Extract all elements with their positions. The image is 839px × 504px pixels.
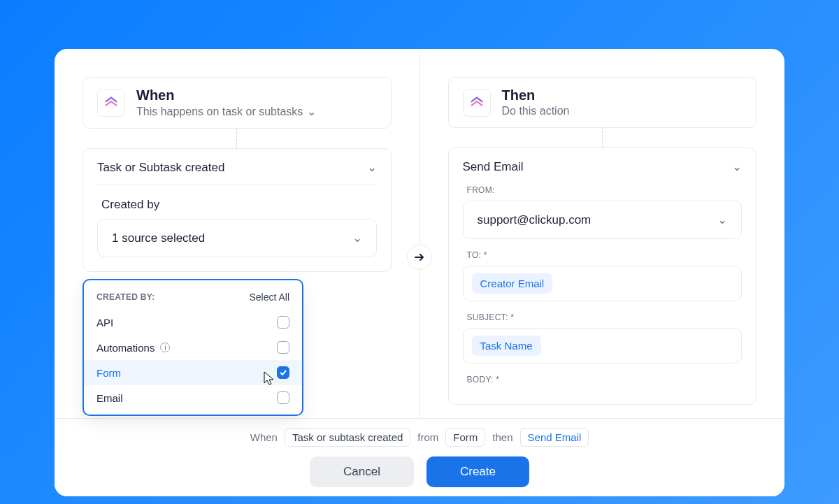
checkbox-checked[interactable] — [277, 366, 289, 379]
created-by-label: Created by — [101, 198, 377, 212]
dropdown-item-label: Email — [96, 392, 123, 404]
to-tag[interactable]: Creator Email — [472, 273, 553, 294]
chevron-down-icon: ⌄ — [717, 213, 727, 227]
summary-from: from — [417, 431, 438, 443]
summary-when: When — [250, 431, 278, 443]
chevron-down-icon: ⌄ — [732, 159, 742, 174]
summary-action-pill: Send Email — [520, 428, 589, 447]
dropdown-item-api[interactable]: API — [84, 310, 302, 335]
when-column: When This happens on task or subtasks ⌄ … — [55, 49, 420, 418]
chevron-down-icon: ⌄ — [367, 160, 377, 175]
connector-line — [236, 129, 237, 148]
checkbox[interactable] — [277, 341, 289, 354]
dropdown-item-automations[interactable]: Automations i — [84, 335, 302, 360]
dropdown-item-email[interactable]: Email — [84, 385, 302, 410]
clickup-logo-icon — [97, 89, 125, 117]
body-label: BODY: * — [467, 375, 743, 384]
subject-label: SUBJECT: * — [467, 312, 743, 322]
dropdown-header-label: CREATED BY: — [96, 292, 155, 302]
summary-then: then — [492, 431, 512, 443]
checkbox[interactable] — [277, 316, 289, 329]
then-header-card: Then Do this action — [448, 77, 757, 128]
dropdown-item-label: API — [96, 317, 113, 329]
select-all-button[interactable]: Select All — [249, 291, 289, 303]
from-select[interactable]: support@clickup.com ⌄ — [463, 201, 743, 239]
create-button[interactable]: Create — [426, 456, 529, 487]
chevron-down-icon: ⌄ — [352, 231, 362, 245]
to-label: TO: * — [467, 250, 743, 260]
then-subtitle: Do this action — [502, 105, 570, 117]
action-select[interactable]: Send Email ⌄ — [463, 159, 743, 174]
then-title: Then — [502, 87, 570, 103]
dropdown-item-form[interactable]: Form — [84, 360, 302, 385]
checkbox[interactable] — [277, 391, 289, 404]
source-select[interactable]: 1 source selected ⌄ — [97, 219, 377, 257]
created-by-dropdown: CREATED BY: Select All API Automations i… — [83, 279, 303, 416]
automation-summary: When Task or subtask created from Form t… — [250, 428, 589, 447]
summary-source-pill: Form — [445, 428, 485, 447]
info-icon[interactable]: i — [160, 343, 170, 352]
trigger-select[interactable]: Task or Subtask created ⌄ — [97, 160, 377, 185]
when-title: When — [136, 87, 316, 103]
columns: When This happens on task or subtasks ⌄ … — [55, 49, 784, 418]
to-input[interactable]: Creator Email — [463, 266, 743, 301]
footer: When Task or subtask created from Form t… — [55, 418, 784, 496]
then-column: Then Do this action Send Email ⌄ FROM: s… — [420, 49, 785, 418]
dropdown-item-label: Automations — [96, 342, 155, 354]
connector-line — [602, 128, 603, 147]
from-label: FROM: — [467, 185, 743, 195]
automation-panel: When This happens on task or subtasks ⌄ … — [55, 49, 784, 496]
subject-tag[interactable]: Task Name — [472, 336, 541, 356]
when-subtitle[interactable]: This happens on task or subtasks ⌄ — [136, 105, 316, 118]
summary-trigger-pill: Task or subtask created — [285, 428, 410, 447]
clickup-logo-icon — [463, 89, 491, 117]
source-value: 1 source selected — [112, 231, 205, 245]
subject-input[interactable]: Task Name — [463, 328, 743, 363]
chevron-down-icon: ⌄ — [307, 105, 316, 118]
trigger-block: Task or Subtask created ⌄ Created by 1 s… — [83, 148, 392, 272]
when-header-card: When This happens on task or subtasks ⌄ — [83, 77, 392, 129]
when-subtitle-text: This happens on task or subtasks — [136, 106, 303, 118]
trigger-value: Task or Subtask created — [97, 161, 224, 175]
cancel-button[interactable]: Cancel — [310, 456, 414, 487]
action-value: Send Email — [463, 160, 524, 174]
from-value: support@clickup.com — [478, 213, 591, 227]
dropdown-item-label: Form — [96, 367, 121, 379]
action-block: Send Email ⌄ FROM: support@clickup.com ⌄… — [448, 147, 757, 405]
